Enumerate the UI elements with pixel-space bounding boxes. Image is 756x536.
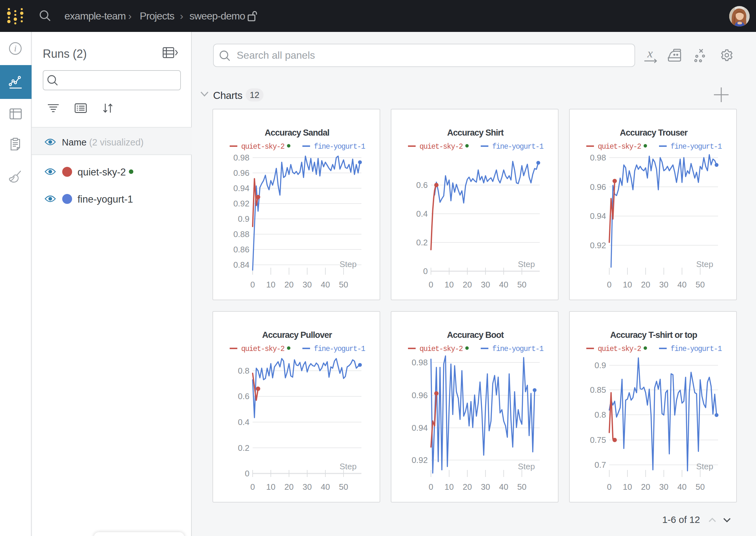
svg-text:0.85: 0.85 <box>590 385 606 395</box>
svg-text:quiet-sky-2: quiet-sky-2 <box>419 143 463 151</box>
svg-text:Step: Step <box>518 259 535 269</box>
svg-text:Accuracy Trouser: Accuracy Trouser <box>620 128 688 138</box>
svg-text:0.98: 0.98 <box>233 153 249 162</box>
svg-text:10: 10 <box>266 482 276 492</box>
svg-text:50: 50 <box>696 280 705 289</box>
svg-text:10: 10 <box>623 482 632 492</box>
svg-text:0: 0 <box>429 482 433 492</box>
svg-text:10: 10 <box>445 482 454 492</box>
svg-text:30: 30 <box>659 482 669 492</box>
svg-text:50: 50 <box>339 482 348 492</box>
svg-text:20: 20 <box>641 482 650 492</box>
svg-text:quiet-sky-2: quiet-sky-2 <box>598 143 641 151</box>
svg-text:30: 30 <box>659 280 669 289</box>
svg-text:0.94: 0.94 <box>411 423 428 433</box>
svg-text:0.4: 0.4 <box>238 417 249 427</box>
svg-text:40: 40 <box>499 280 509 289</box>
svg-text:quiet-sky-2: quiet-sky-2 <box>241 345 284 353</box>
svg-text:Accuracy Pullover: Accuracy Pullover <box>262 330 332 340</box>
svg-text:i: i <box>14 44 16 53</box>
svg-text:40: 40 <box>677 482 687 492</box>
svg-text:50: 50 <box>339 280 348 289</box>
svg-text:0: 0 <box>607 482 611 492</box>
svg-text:30: 30 <box>481 482 490 492</box>
svg-text:0.2: 0.2 <box>238 443 249 453</box>
svg-text:40: 40 <box>499 482 509 492</box>
svg-text:20: 20 <box>284 482 294 492</box>
svg-text:0.86: 0.86 <box>233 245 249 254</box>
svg-text:0.75: 0.75 <box>590 435 606 445</box>
svg-text:0: 0 <box>429 280 433 289</box>
svg-text:0: 0 <box>607 280 611 289</box>
svg-text:30: 30 <box>303 482 312 492</box>
svg-text:0: 0 <box>250 482 255 492</box>
svg-text:0.96: 0.96 <box>411 390 428 400</box>
svg-text:0.84: 0.84 <box>233 260 249 270</box>
svg-text:20: 20 <box>463 482 472 492</box>
svg-text:0.96: 0.96 <box>233 168 249 178</box>
svg-text:Step: Step <box>340 462 357 471</box>
svg-text:0.6: 0.6 <box>416 180 428 190</box>
svg-text:20: 20 <box>284 280 294 289</box>
svg-text:quiet-sky-2: quiet-sky-2 <box>241 143 284 151</box>
svg-text:50: 50 <box>517 280 527 289</box>
svg-text:fine-yogurt-1: fine-yogurt-1 <box>671 143 722 151</box>
svg-text:0: 0 <box>245 469 249 478</box>
svg-text:fine-yogurt-1: fine-yogurt-1 <box>314 345 365 353</box>
svg-text:Step: Step <box>518 462 535 471</box>
svg-text:0.98: 0.98 <box>411 358 428 367</box>
svg-text:Step: Step <box>340 259 357 269</box>
svg-text:10: 10 <box>445 280 454 289</box>
svg-text:fine-yogurt-1: fine-yogurt-1 <box>492 143 543 151</box>
svg-text:quiet-sky-2: quiet-sky-2 <box>598 345 641 353</box>
svg-text:40: 40 <box>321 482 330 492</box>
svg-text:0.6: 0.6 <box>238 391 249 401</box>
svg-text:20: 20 <box>641 280 650 289</box>
svg-text:0.7: 0.7 <box>595 460 606 470</box>
svg-text:0.8: 0.8 <box>595 410 606 419</box>
svg-text:0.92: 0.92 <box>411 455 428 465</box>
svg-text:0: 0 <box>250 280 255 289</box>
svg-text:0: 0 <box>423 266 428 276</box>
svg-text:10: 10 <box>623 280 632 289</box>
svg-text:Accuracy Boot: Accuracy Boot <box>447 330 504 340</box>
svg-text:30: 30 <box>303 280 312 289</box>
svg-text:20: 20 <box>463 280 472 289</box>
svg-text:0.9: 0.9 <box>238 214 249 224</box>
svg-text:Step: Step <box>696 259 713 269</box>
svg-text:quiet-sky-2: quiet-sky-2 <box>419 345 463 353</box>
svg-text:0.88: 0.88 <box>233 229 249 239</box>
svg-text:10: 10 <box>266 280 276 289</box>
svg-text:Accuracy T-shirt or top: Accuracy T-shirt or top <box>610 330 697 340</box>
svg-text:0.94: 0.94 <box>590 211 606 221</box>
svg-text:Accuracy Sandal: Accuracy Sandal <box>265 128 330 138</box>
svg-text:0.94: 0.94 <box>233 184 249 193</box>
svg-text:fine-yogurt-1: fine-yogurt-1 <box>492 345 543 353</box>
svg-text:0.96: 0.96 <box>590 182 606 192</box>
svg-text:0.4: 0.4 <box>416 209 428 218</box>
svg-text:30: 30 <box>481 280 490 289</box>
svg-text:50: 50 <box>517 482 527 492</box>
svg-text:0.9: 0.9 <box>595 360 606 370</box>
svg-text:50: 50 <box>696 482 705 492</box>
svg-text:0.8: 0.8 <box>238 366 249 376</box>
svg-text:fine-yogurt-1: fine-yogurt-1 <box>314 143 365 151</box>
svg-text:Step: Step <box>696 462 713 471</box>
svg-text:0.98: 0.98 <box>590 153 606 162</box>
svg-text:0.2: 0.2 <box>416 238 428 247</box>
svg-text:40: 40 <box>321 280 330 289</box>
svg-text:fine-yogurt-1: fine-yogurt-1 <box>671 345 722 353</box>
svg-text:0.92: 0.92 <box>233 199 249 208</box>
svg-text:Accuracy Shirt: Accuracy Shirt <box>447 128 504 138</box>
svg-text:0.92: 0.92 <box>590 241 606 250</box>
svg-text:40: 40 <box>677 280 687 289</box>
